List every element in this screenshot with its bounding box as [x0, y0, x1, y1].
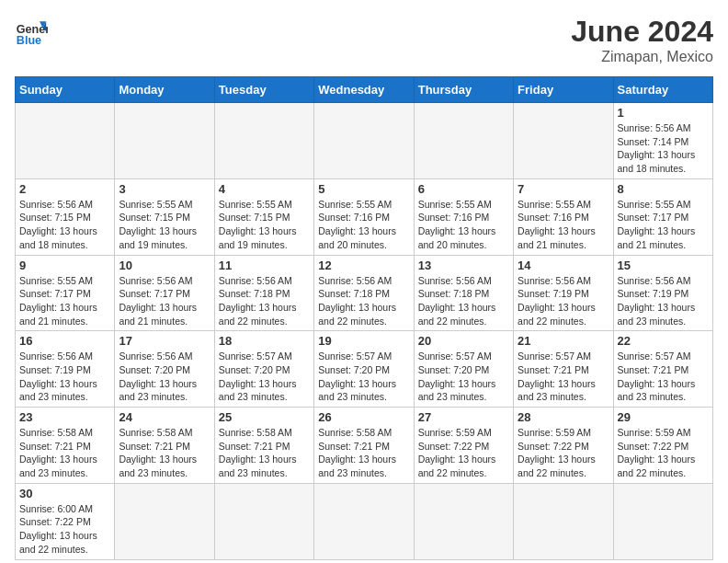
day-11: 11 Sunrise: 5:56 AMSunset: 7:18 PMDaylig… [214, 255, 313, 331]
empty-cell [115, 483, 214, 559]
day-24: 24 Sunrise: 5:58 AMSunset: 7:21 PMDaylig… [115, 408, 214, 484]
empty-cell [214, 103, 313, 179]
day-6: 6 Sunrise: 5:55 AMSunset: 7:16 PMDayligh… [414, 178, 513, 255]
empty-cell [16, 103, 115, 179]
empty-cell [414, 103, 513, 179]
day-8: 8 Sunrise: 5:55 AMSunset: 7:17 PMDayligh… [613, 178, 712, 255]
week-row-1: 1 Sunrise: 5:56 AMSunset: 7:14 PMDayligh… [16, 103, 713, 179]
day-29: 29 Sunrise: 5:59 AMSunset: 7:22 PMDaylig… [613, 408, 712, 484]
week-row-6: 30 Sunrise: 6:00 AMSunset: 7:22 PMDaylig… [16, 483, 713, 559]
day-4: 4 Sunrise: 5:55 AMSunset: 7:15 PMDayligh… [214, 178, 313, 255]
weekday-header-row: Sunday Monday Tuesday Wednesday Thursday… [16, 77, 713, 103]
day-25: 25 Sunrise: 5:58 AMSunset: 7:21 PMDaylig… [214, 408, 313, 484]
day-13: 13 Sunrise: 5:56 AMSunset: 7:18 PMDaylig… [414, 255, 513, 331]
page-header: General Blue June 2024 Zimapan, Mexico [15, 15, 713, 65]
week-row-2: 2 Sunrise: 5:56 AMSunset: 7:15 PMDayligh… [16, 178, 713, 255]
empty-cell [414, 483, 513, 559]
week-row-3: 9 Sunrise: 5:55 AMSunset: 7:17 PMDayligh… [16, 255, 713, 331]
calendar-table: Sunday Monday Tuesday Wednesday Thursday… [15, 76, 713, 560]
header-wednesday: Wednesday [314, 77, 414, 103]
day-20: 20 Sunrise: 5:57 AMSunset: 7:20 PMDaylig… [414, 331, 513, 408]
header-thursday: Thursday [414, 77, 513, 103]
day-7: 7 Sunrise: 5:55 AMSunset: 7:16 PMDayligh… [514, 178, 613, 255]
header-saturday: Saturday [613, 77, 712, 103]
header-tuesday: Tuesday [214, 77, 313, 103]
empty-cell [514, 483, 613, 559]
day-27: 27 Sunrise: 5:59 AMSunset: 7:22 PMDaylig… [414, 408, 513, 484]
calendar-month-year: June 2024 [571, 15, 713, 49]
empty-cell [314, 103, 414, 179]
empty-cell [115, 103, 214, 179]
day-1: 1 Sunrise: 5:56 AMSunset: 7:14 PMDayligh… [613, 103, 712, 179]
empty-cell [613, 483, 712, 559]
day-10: 10 Sunrise: 5:56 AMSunset: 7:17 PMDaylig… [115, 255, 214, 331]
svg-text:Blue: Blue [17, 34, 41, 47]
calendar-title-area: June 2024 Zimapan, Mexico [571, 15, 713, 65]
day-17: 17 Sunrise: 5:56 AMSunset: 7:20 PMDaylig… [115, 331, 214, 408]
day-12: 12 Sunrise: 5:56 AMSunset: 7:18 PMDaylig… [314, 255, 414, 331]
day-22: 22 Sunrise: 5:57 AMSunset: 7:21 PMDaylig… [613, 331, 712, 408]
day-26: 26 Sunrise: 5:58 AMSunset: 7:21 PMDaylig… [314, 408, 414, 484]
header-monday: Monday [115, 77, 214, 103]
day-28: 28 Sunrise: 5:59 AMSunset: 7:22 PMDaylig… [514, 408, 613, 484]
day-16: 16 Sunrise: 5:56 AMSunset: 7:19 PMDaylig… [16, 331, 115, 408]
empty-cell [314, 483, 414, 559]
empty-cell [214, 483, 313, 559]
day-30: 30 Sunrise: 6:00 AMSunset: 7:22 PMDaylig… [16, 483, 115, 559]
day-2: 2 Sunrise: 5:56 AMSunset: 7:15 PMDayligh… [16, 178, 115, 255]
day-15: 15 Sunrise: 5:56 AMSunset: 7:19 PMDaylig… [613, 255, 712, 331]
day-14: 14 Sunrise: 5:56 AMSunset: 7:19 PMDaylig… [514, 255, 613, 331]
empty-cell [514, 103, 613, 179]
day-18: 18 Sunrise: 5:57 AMSunset: 7:20 PMDaylig… [214, 331, 313, 408]
day-3: 3 Sunrise: 5:55 AMSunset: 7:15 PMDayligh… [115, 178, 214, 255]
header-friday: Friday [514, 77, 613, 103]
day-5: 5 Sunrise: 5:55 AMSunset: 7:16 PMDayligh… [314, 178, 414, 255]
day-23: 23 Sunrise: 5:58 AMSunset: 7:21 PMDaylig… [16, 408, 115, 484]
calendar-location: Zimapan, Mexico [571, 49, 713, 65]
logo-icon: General Blue [15, 15, 48, 48]
week-row-5: 23 Sunrise: 5:58 AMSunset: 7:21 PMDaylig… [16, 408, 713, 484]
day-21: 21 Sunrise: 5:57 AMSunset: 7:21 PMDaylig… [514, 331, 613, 408]
header-sunday: Sunday [16, 77, 115, 103]
logo: General Blue [15, 15, 48, 48]
week-row-4: 16 Sunrise: 5:56 AMSunset: 7:19 PMDaylig… [16, 331, 713, 408]
day-9: 9 Sunrise: 5:55 AMSunset: 7:17 PMDayligh… [16, 255, 115, 331]
day-19: 19 Sunrise: 5:57 AMSunset: 7:20 PMDaylig… [314, 331, 414, 408]
